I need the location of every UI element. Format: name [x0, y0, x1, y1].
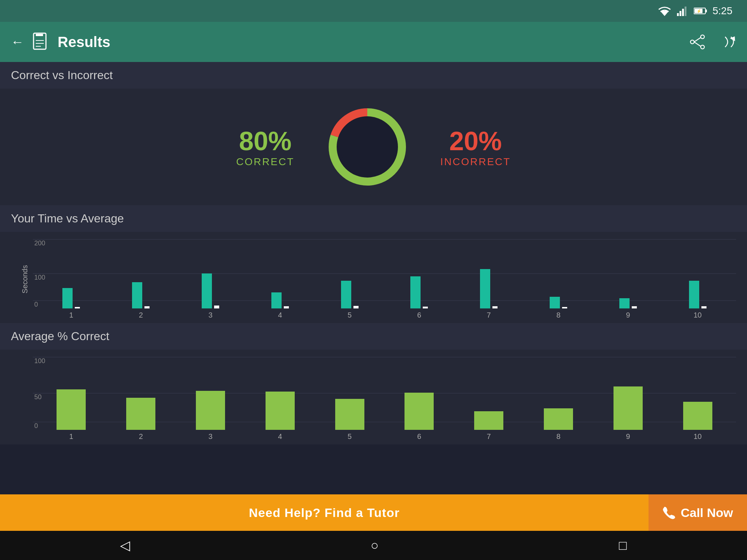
avg-correct-bar	[266, 392, 295, 430]
average-time-bar	[562, 307, 567, 308]
phone-icon	[662, 506, 676, 519]
avg-correct-header: Average % Correct	[0, 323, 747, 350]
average-time-bar	[214, 306, 219, 308]
svg-point-16	[690, 40, 694, 44]
svg-rect-4	[685, 7, 686, 16]
your-time-bar	[410, 276, 421, 308]
incorrect-percent: 20%	[440, 126, 511, 156]
avg-x-label: 1	[57, 432, 86, 441]
svg-rect-1	[677, 13, 679, 16]
time-x-label: 9	[619, 311, 637, 319]
average-time-bar	[75, 307, 80, 308]
avg-correct-bar	[196, 391, 225, 430]
svg-point-14	[701, 35, 704, 39]
svg-rect-2	[680, 11, 681, 16]
document-icon	[33, 32, 49, 51]
correct-text: CORRECT	[236, 156, 294, 168]
time-bar-group	[202, 273, 219, 308]
battery-icon: ⚡	[694, 7, 707, 15]
correct-incorrect-header: Correct vs Incorrect	[0, 62, 747, 89]
time-bar-group	[271, 292, 289, 308]
your-time-bar	[550, 297, 560, 308]
avg-correct-bar	[126, 398, 155, 430]
time-bar-group	[480, 269, 498, 308]
average-time-bar	[423, 307, 428, 308]
avg-bar-group	[266, 392, 295, 430]
time-bar-group	[62, 288, 80, 308]
avg-x-label: 8	[544, 432, 573, 441]
donut-section: 80% CORRECT 20% INCORRECT	[0, 89, 747, 205]
your-time-bar	[271, 292, 282, 308]
avg-correct-bar	[683, 402, 712, 430]
your-time-bar	[480, 269, 490, 308]
status-time: 5:25	[713, 5, 733, 17]
avg-bar-group	[614, 386, 643, 430]
your-time-bar	[62, 288, 73, 308]
avg-bar-group	[544, 408, 573, 430]
avg-correct-bars	[33, 357, 736, 430]
svg-rect-6	[706, 9, 707, 12]
avg-x-label: 2	[126, 432, 155, 441]
find-tutor-text: Need Help? Find a Tutor	[249, 506, 399, 520]
avg-correct-bar	[474, 411, 503, 430]
time-bar-group	[132, 282, 150, 308]
svg-line-17	[694, 38, 701, 42]
time-x-label: 3	[201, 311, 220, 319]
find-tutor-banner[interactable]: Need Help? Find a Tutor	[0, 494, 649, 531]
time-bar-group	[341, 281, 359, 308]
nav-bar: ◁ ○ □	[0, 531, 747, 560]
nav-recent-button[interactable]: □	[619, 538, 627, 553]
avg-correct-bar	[405, 393, 434, 430]
time-bars	[33, 239, 736, 308]
time-x-label: 5	[341, 311, 359, 319]
app-bar: ← Results	[0, 22, 747, 62]
time-x-labels: 12345678910	[33, 311, 736, 319]
svg-rect-10	[36, 34, 43, 36]
average-time-bar	[492, 306, 498, 308]
appbar-left: ← Results	[11, 32, 111, 51]
svg-point-23	[340, 120, 394, 174]
your-time-bar	[341, 281, 351, 308]
svg-point-15	[701, 45, 704, 49]
time-x-label: 7	[480, 311, 498, 319]
incorrect-text: INCORRECT	[440, 156, 511, 168]
svg-line-18	[694, 42, 701, 46]
back-button[interactable]: ←	[11, 34, 24, 50]
avg-x-label: 9	[614, 432, 643, 441]
average-time-bar	[353, 306, 359, 308]
correct-label: 80% CORRECT	[236, 126, 294, 168]
time-x-label: 8	[549, 311, 568, 319]
nav-home-button[interactable]: ○	[371, 538, 379, 553]
your-time-bar	[619, 298, 630, 308]
time-chart-section: Seconds 200 100 0 12345678910	[0, 232, 747, 323]
time-chart-header: Your Time vs Average	[0, 205, 747, 232]
call-now-text[interactable]: Call Now	[681, 506, 733, 520]
forward-icon[interactable]	[720, 34, 736, 50]
time-bar-group	[619, 298, 637, 308]
time-x-label: 6	[410, 311, 428, 319]
avg-x-label: 6	[405, 432, 434, 441]
y-axis-seconds-label: Seconds	[21, 265, 29, 293]
time-bar-group	[689, 281, 707, 308]
average-time-bar	[632, 306, 637, 308]
call-now-button[interactable]: Call Now	[649, 494, 747, 531]
avg-bar-group	[126, 398, 155, 430]
share-icon[interactable]	[689, 34, 705, 50]
average-time-bar	[701, 306, 707, 308]
time-x-label: 1	[62, 311, 80, 319]
avg-x-labels: 12345678910	[33, 432, 736, 441]
avg-x-label: 3	[196, 432, 225, 441]
nav-back-button[interactable]: ◁	[120, 538, 130, 553]
status-icons: ⚡ 5:25	[658, 5, 733, 17]
signal-icon	[677, 6, 688, 16]
time-bar-group	[410, 276, 428, 308]
your-time-bar	[202, 273, 212, 308]
correct-percent: 80%	[236, 126, 294, 156]
svg-marker-19	[730, 36, 736, 43]
avg-bar-group	[683, 402, 712, 430]
time-x-label: 4	[271, 311, 289, 319]
avg-x-label: 10	[683, 432, 712, 441]
average-time-bar	[284, 306, 289, 308]
avg-correct-bar	[335, 399, 364, 430]
avg-bar-group	[335, 399, 364, 430]
